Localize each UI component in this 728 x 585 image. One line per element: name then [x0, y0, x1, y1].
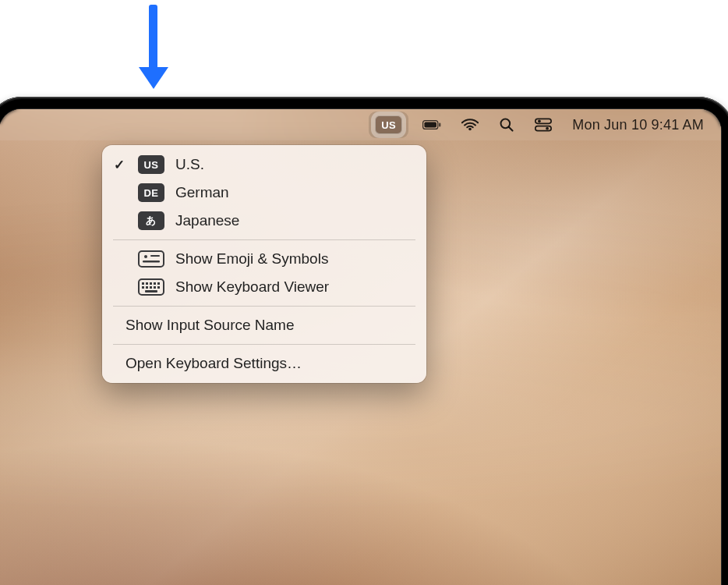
menu-item-label: Show Keyboard Viewer: [175, 278, 412, 296]
menubar-battery[interactable]: [422, 109, 441, 140]
menu-show-keyboard-viewer[interactable]: Show Keyboard Viewer: [102, 273, 426, 301]
svg-rect-12: [143, 261, 160, 263]
device-frame: US: [0, 97, 728, 585]
keyboard-icon: [138, 278, 164, 296]
svg-rect-16: [150, 282, 152, 285]
menubar-datetime[interactable]: Mon Jun 10 9:41 AM: [572, 109, 704, 140]
menu-show-input-source-name[interactable]: Show Input Source Name: [102, 311, 426, 339]
menubar-wifi[interactable]: [461, 109, 479, 140]
svg-rect-11: [150, 255, 160, 257]
input-source-label: Japanese: [175, 212, 412, 229]
menubar-control-center[interactable]: [535, 109, 552, 140]
pointer-arrow: [147, 5, 159, 90]
screen-bezel: US: [0, 108, 722, 585]
svg-point-8: [546, 127, 550, 130]
svg-rect-14: [142, 282, 144, 285]
input-source-item-japanese[interactable]: あ Japanese: [102, 207, 426, 235]
menu-item-label: Open Keyboard Settings…: [125, 355, 412, 372]
svg-rect-2: [439, 123, 440, 127]
wifi-icon: [461, 116, 479, 133]
input-source-label: U.S.: [175, 156, 412, 173]
screen: US: [0, 109, 721, 585]
menubar-input-source[interactable]: US: [375, 109, 402, 140]
svg-rect-20: [146, 286, 148, 289]
menu-separator: [113, 306, 415, 307]
menu-separator: [113, 344, 415, 345]
svg-rect-24: [145, 290, 157, 292]
input-source-menu: ✓ US U.S. DE German あ: [102, 145, 426, 383]
checkmark-icon: ✓: [111, 157, 127, 173]
menu-item-label: Show Emoji & Symbols: [175, 250, 412, 268]
svg-rect-17: [154, 282, 156, 285]
lang-badge-ja: あ: [138, 211, 164, 230]
svg-point-6: [538, 119, 541, 122]
lang-badge-de: DE: [138, 183, 164, 202]
menu-show-emoji[interactable]: Show Emoji & Symbols: [102, 245, 426, 273]
menubar: US: [0, 109, 721, 140]
battery-icon: [422, 115, 441, 134]
control-center-icon: [535, 116, 552, 133]
svg-rect-5: [535, 119, 551, 123]
menu-separator: [113, 239, 415, 240]
lang-badge-us: US: [138, 155, 164, 174]
input-source-badge[interactable]: US: [375, 115, 402, 134]
search-icon: [499, 117, 514, 133]
svg-rect-9: [139, 251, 164, 267]
menu-item-label: Show Input Source Name: [125, 317, 412, 334]
emoji-viewer-icon: [138, 250, 164, 268]
pointer-arrow-head: [139, 67, 168, 89]
input-source-item-german[interactable]: DE German: [102, 179, 426, 207]
svg-rect-15: [146, 282, 148, 285]
svg-rect-18: [157, 282, 160, 285]
input-source-label: German: [175, 184, 412, 201]
svg-rect-19: [142, 286, 144, 289]
svg-point-10: [144, 255, 147, 258]
svg-rect-1: [425, 122, 437, 127]
menu-open-keyboard-settings[interactable]: Open Keyboard Settings…: [102, 349, 426, 378]
svg-rect-7: [535, 126, 551, 131]
svg-rect-23: [157, 286, 160, 289]
svg-rect-21: [150, 286, 152, 289]
svg-line-4: [509, 127, 513, 131]
menubar-spotlight[interactable]: [499, 109, 514, 140]
input-source-item-us[interactable]: ✓ US U.S.: [102, 151, 426, 179]
svg-rect-22: [154, 286, 156, 289]
pointer-arrow-shaft: [149, 5, 157, 71]
